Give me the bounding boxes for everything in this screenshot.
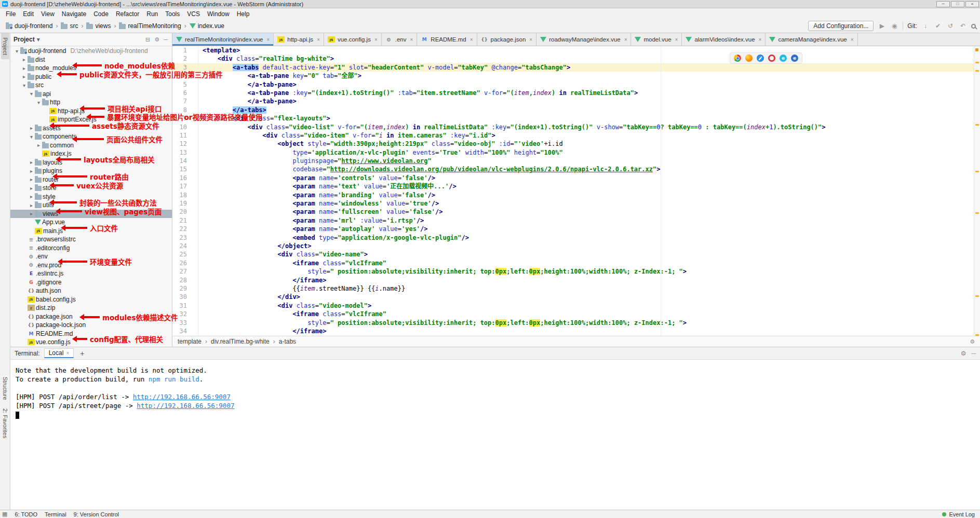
toolwindow-structure-button[interactable]: Structure	[1, 373, 9, 404]
code-line[interactable]: 10 <div class="video-list" v-for="(item,…	[172, 123, 980, 131]
safari-browser-icon[interactable]	[757, 54, 764, 62]
opera-browser-icon[interactable]	[768, 54, 775, 62]
terminal-tab-local[interactable]: Local ×	[44, 348, 74, 358]
close-tab-icon[interactable]: ×	[675, 37, 678, 43]
menu-item-run[interactable]: Run	[143, 9, 162, 19]
close-tab-icon[interactable]: ×	[759, 37, 762, 43]
tree-item-duoji-frontend[interactable]: ▾duoji-frontendD:\zheheWeb\duoji-fronten…	[10, 47, 172, 56]
code-line[interactable]: 11 <div class="video-item" v-for="i in i…	[172, 131, 980, 140]
fold-gutter[interactable]	[193, 302, 198, 310]
new-terminal-session-button[interactable]: +	[78, 349, 86, 358]
code-line[interactable]: 25 <div class="video-name">	[172, 250, 980, 258]
statusbar-6-todo[interactable]: 6: TODO	[15, 511, 37, 517]
tree-item-node_modules[interactable]: ▸node_modules	[10, 64, 172, 73]
code-line[interactable]: 20 <param name='fullscreen' value='false…	[172, 208, 980, 216]
code-line[interactable]: 26 <iframe class="vlcIframe"	[172, 259, 980, 267]
code-line[interactable]: 8 </a-tabs>	[172, 106, 980, 114]
edge-browser-icon[interactable]	[791, 54, 798, 62]
terminal-settings-icon[interactable]	[961, 350, 966, 357]
code-line[interactable]: 27 style=" position:absolute;visibility:…	[172, 267, 980, 276]
fold-gutter[interactable]	[193, 114, 198, 122]
tree-item-style[interactable]: ▸style	[10, 193, 172, 201]
maximize-button[interactable]	[951, 1, 964, 7]
tree-item-http-api.js[interactable]: http-api.js	[10, 107, 172, 116]
history-icon[interactable]	[946, 22, 955, 30]
tree-item-api[interactable]: ▾api	[10, 90, 172, 99]
toolwindow-switcher-icon[interactable]	[2, 511, 7, 517]
code-line[interactable]: 4 <a-tab-pane key="0" tab="全部">	[172, 72, 980, 80]
close-button[interactable]	[965, 1, 979, 7]
breadcrumb-item[interactable]: views	[85, 22, 112, 30]
editor-tab[interactable]: realTimeMonitoring\index.vue×	[172, 33, 274, 46]
tree-item-dist.zip[interactable]: dist.zip	[10, 304, 172, 312]
tree-item-router[interactable]: ▸router	[10, 175, 172, 184]
fold-gutter[interactable]	[193, 250, 198, 258]
fold-gutter[interactable]	[193, 157, 198, 165]
menu-item-tools[interactable]: Tools	[162, 9, 183, 19]
code-line[interactable]: 34 </iframe>	[172, 327, 980, 335]
tree-item-vue.config.js[interactable]: vue.config.js	[10, 338, 172, 347]
code-line[interactable]: 12 <object style="width:390px;height:219…	[172, 140, 980, 148]
fold-gutter[interactable]	[193, 46, 198, 54]
terminal-link[interactable]: http://192.168.66.56:9007	[133, 393, 231, 401]
tree-item-store[interactable]: ▸store	[10, 184, 172, 193]
search-icon[interactable]	[971, 24, 976, 29]
tree-item-main.js[interactable]: main.js	[10, 227, 172, 236]
editor-tab[interactable]: alarmVideos\index.vue×	[682, 33, 766, 46]
tree-item-assets[interactable]: ▸assets	[10, 124, 172, 133]
fold-gutter[interactable]	[193, 276, 198, 284]
fold-gutter[interactable]	[193, 319, 198, 327]
close-tab-icon[interactable]: ×	[851, 37, 854, 43]
editor-tab[interactable]: .env×	[382, 33, 418, 46]
fold-gutter[interactable]	[193, 293, 198, 301]
tree-item-.env.prod[interactable]: .env.prod	[10, 261, 172, 270]
terminal-minimize-icon[interactable]	[971, 350, 976, 357]
run-icon[interactable]	[878, 22, 886, 30]
code-line[interactable]: 23 <embed type="application/x-google-vlc…	[172, 234, 980, 242]
code-line[interactable]: 6 <a-tab-pane :key="(index+1).toString()…	[172, 89, 980, 97]
code-editor[interactable]: 1<template>2 <div class="realTime bg-whi…	[172, 46, 980, 336]
close-icon[interactable]: ×	[66, 350, 69, 356]
code-line[interactable]: 7 </a-tab-pane>	[172, 97, 980, 105]
chrome-browser-icon[interactable]	[734, 54, 741, 62]
fold-gutter[interactable]	[193, 242, 198, 250]
tree-item-dist[interactable]: ▸dist	[10, 56, 172, 64]
code-line[interactable]: 31 <div class="video-model">	[172, 302, 980, 310]
statusbar-9-version-control[interactable]: 9: Version Control	[74, 511, 119, 517]
close-tab-icon[interactable]: ×	[374, 37, 378, 43]
editor-tab[interactable]: cameraManage\index.vue×	[766, 33, 857, 46]
fold-gutter[interactable]	[193, 63, 198, 72]
toolwindow-project-button[interactable]: Project	[1, 33, 9, 59]
fold-gutter[interactable]	[193, 148, 198, 157]
code-line[interactable]: 28 </iframe>	[172, 276, 980, 284]
tree-item-src[interactable]: ▾src	[10, 81, 172, 90]
tree-item-common[interactable]: ▸common	[10, 141, 172, 150]
tree-item-.env[interactable]: .env	[10, 252, 172, 261]
tree-item-importExcel.js[interactable]: importExcel.js	[10, 115, 172, 124]
fold-gutter[interactable]	[193, 225, 198, 233]
menu-item-window[interactable]: Window	[204, 9, 233, 19]
tree-item-utils[interactable]: ▸utils	[10, 201, 172, 210]
code-line[interactable]: 22 <param name='autoplay' value='yes'/>	[172, 225, 980, 233]
code-line[interactable]: 2 <div class="realTime bg-white">	[172, 54, 980, 63]
tree-item-package.json[interactable]: package.json	[10, 312, 172, 321]
debug-icon[interactable]	[890, 22, 898, 30]
fold-gutter[interactable]	[193, 199, 198, 208]
breadcrumb-gear-icon[interactable]	[969, 338, 976, 345]
close-tab-icon[interactable]: ×	[410, 37, 413, 43]
fold-gutter[interactable]	[193, 131, 198, 140]
menu-item-edit[interactable]: Edit	[19, 9, 37, 19]
chevron-down-icon[interactable]	[37, 36, 40, 43]
rollback-icon[interactable]	[959, 22, 967, 30]
menu-item-navigate[interactable]: Navigate	[58, 9, 90, 19]
menu-item-code[interactable]: Code	[90, 9, 112, 19]
fold-gutter[interactable]	[193, 106, 198, 114]
fold-gutter[interactable]	[193, 182, 198, 190]
menu-item-vcs[interactable]: VCS	[183, 9, 204, 19]
close-tab-icon[interactable]: ×	[266, 37, 270, 43]
hide-panel-icon[interactable]	[163, 36, 169, 43]
git-update-icon[interactable]	[921, 22, 930, 30]
close-tab-icon[interactable]: ×	[624, 37, 627, 43]
editor-scrollbar[interactable]	[974, 46, 980, 336]
fold-gutter[interactable]	[193, 267, 198, 276]
